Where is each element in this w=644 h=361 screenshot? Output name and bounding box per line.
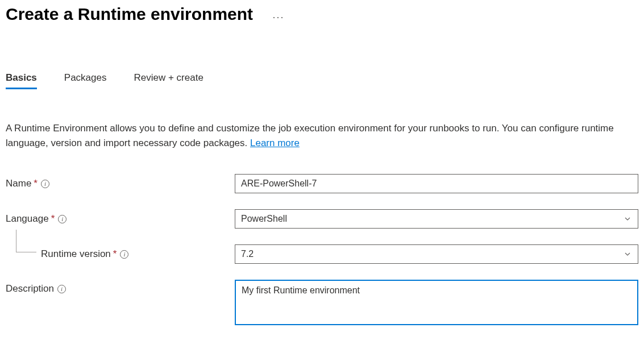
info-icon[interactable]: i <box>57 285 66 293</box>
tab-packages[interactable]: Packages <box>64 72 107 88</box>
learn-more-link[interactable]: Learn more <box>250 138 300 148</box>
name-input[interactable] <box>235 174 638 193</box>
required-indicator: * <box>51 213 55 225</box>
language-select[interactable]: PowerShell <box>235 209 638 229</box>
page-title: Create a Runtime environment <box>6 5 253 24</box>
chevron-down-icon <box>624 215 631 222</box>
info-icon[interactable]: i <box>58 215 67 223</box>
tabs: Basics Packages Review + create <box>6 72 638 88</box>
name-label: Name <box>6 178 31 189</box>
language-value: PowerShell <box>241 214 287 224</box>
indent-line <box>16 230 36 252</box>
language-label: Language <box>6 213 49 225</box>
form: Name * i Language * i PowerShell Runtime… <box>6 174 638 325</box>
runtime-version-select[interactable]: 7.2 <box>235 244 638 264</box>
chevron-down-icon <box>624 251 631 258</box>
runtime-version-label: Runtime version <box>41 248 111 260</box>
description-textarea[interactable] <box>235 280 638 325</box>
more-actions-icon[interactable]: ··· <box>273 11 285 23</box>
required-indicator: * <box>34 178 38 189</box>
tab-review-create[interactable]: Review + create <box>134 72 203 88</box>
intro-text: A Runtime Environment allows you to defi… <box>6 123 614 148</box>
required-indicator: * <box>113 248 117 260</box>
description-label: Description <box>6 283 54 294</box>
intro-description: A Runtime Environment allows you to defi… <box>6 121 631 150</box>
runtime-version-value: 7.2 <box>241 249 254 259</box>
info-icon[interactable]: i <box>41 180 49 188</box>
tab-basics[interactable]: Basics <box>6 72 37 88</box>
info-icon[interactable]: i <box>120 250 128 259</box>
